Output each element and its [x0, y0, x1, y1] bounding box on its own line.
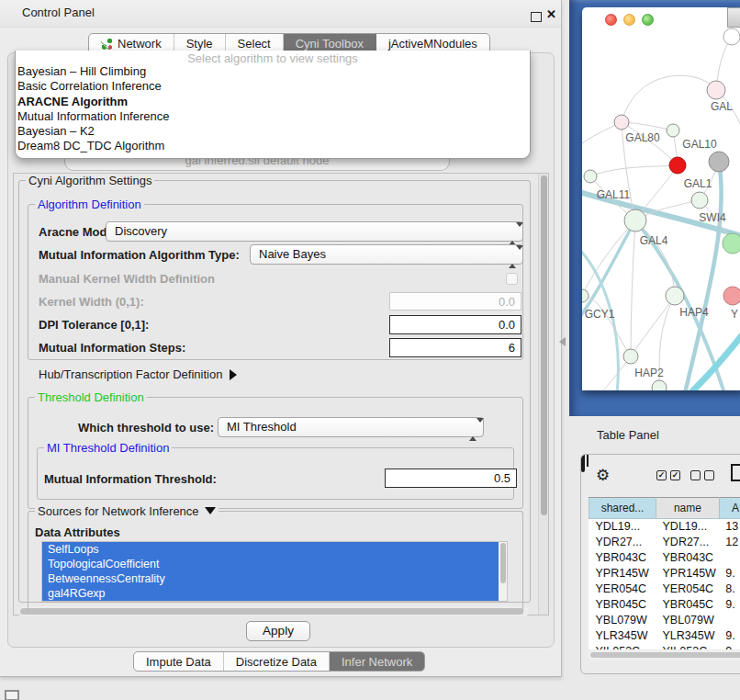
apply-button[interactable]: Apply [246, 621, 310, 641]
node-gcy1[interactable] [582, 289, 589, 302]
network-canvas[interactable]: GALGAL80GAL10GAL1GAL11GAL4SWI4GCY1HAP4YH… [582, 28, 740, 390]
node-label-hap4: HAP4 [679, 306, 709, 319]
tab-label: jActiveMNodules [388, 37, 477, 51]
mi-threshold-field[interactable]: 0.5 [385, 469, 517, 488]
node[interactable] [723, 28, 740, 45]
table-cell[interactable]: YDR27... [589, 535, 656, 550]
aracne-mode-combobox[interactable]: Discovery [106, 221, 523, 242]
attribute-item-topologicalcoefficient[interactable]: TopologicalCoefficient [42, 557, 507, 571]
mi-threshold-definition-title: MI Threshold Definition [44, 441, 172, 455]
gear-icon[interactable]: ⚙ [596, 466, 610, 485]
corner-widget-icon[interactable] [5, 690, 19, 700]
table-cell[interactable]: YER054C [589, 581, 656, 597]
column-header-shared[interactable]: shared... [589, 498, 656, 519]
table-cell[interactable]: YER054C [656, 581, 720, 597]
table-panel: ⚙ ✓ ✓ shared...nameA YDL19...YDL19...13Y… [580, 454, 740, 674]
close-traffic-light-button[interactable] [605, 14, 617, 26]
mi-steps-field[interactable]: 6 [389, 338, 521, 357]
table-cell[interactable]: 13 [719, 519, 740, 535]
float-window-icon[interactable] [531, 12, 542, 22]
node-hap2[interactable] [623, 349, 638, 364]
table-cell[interactable]: 9. [719, 644, 740, 650]
sources-group-title[interactable]: Sources for Network Inference [35, 504, 219, 518]
zoom-traffic-light-button[interactable] [642, 14, 654, 26]
node-label-gal80: GAL80 [625, 131, 660, 144]
table-cell[interactable]: YBR043C [589, 550, 656, 566]
dpi-tolerance-field[interactable]: 0.0 [389, 315, 521, 334]
checked-checkbox-icon[interactable]: ✓ [670, 470, 680, 480]
node[interactable] [669, 157, 686, 174]
node-hap4[interactable] [666, 287, 684, 305]
node-gal1[interactable] [691, 192, 708, 209]
node-y[interactable] [723, 287, 740, 305]
column-header-name[interactable]: name [656, 498, 720, 519]
table-cell[interactable]: YPR145W [656, 566, 720, 581]
node-gal80[interactable] [614, 115, 629, 130]
vertical-scrollbar[interactable] [538, 174, 548, 615]
document-icon[interactable] [731, 464, 740, 481]
attributes-scrollbar-thumb[interactable] [500, 543, 506, 583]
algorithm-option-basic-correlation-inference[interactable]: Basic Correlation Inference [16, 79, 530, 94]
algorithm-option-aracne-algorithm[interactable]: ARACNE Algorithm [16, 95, 530, 109]
column-header-a[interactable]: A [719, 498, 740, 519]
close-panel-icon[interactable]: ✕ [546, 7, 556, 21]
node-gal4[interactable] [624, 209, 646, 231]
unchecked-checkbox-icon[interactable] [704, 470, 714, 480]
node-swi4[interactable] [723, 233, 740, 254]
table-horizontal-scrollbar-thumb[interactable] [590, 652, 740, 658]
mi-type-combobox[interactable]: Naive Bayes [250, 244, 523, 265]
manual-kernel-checkbox[interactable] [506, 273, 518, 285]
table-cell[interactable]: 8. [719, 581, 740, 597]
attributes-scrollbar[interactable] [499, 542, 507, 601]
panel-collapse-arrow-icon[interactable] [559, 337, 566, 346]
node[interactable] [652, 380, 667, 390]
table-cell[interactable]: YBR045C [656, 597, 720, 613]
table-cell[interactable] [719, 613, 740, 628]
minimize-traffic-light-button[interactable] [623, 14, 635, 26]
attribute-item-selfloops[interactable]: SelfLoops [42, 542, 507, 557]
table-cell[interactable]: YDL19... [589, 519, 656, 535]
kernel-width-field[interactable]: 0.0 [389, 292, 521, 310]
table-cell[interactable]: YBL079W [656, 613, 720, 628]
mi-type-label: Mutual Information Algorithm Type: [39, 248, 240, 262]
table-cell[interactable]: YBR043C [656, 550, 720, 566]
hub-section-toggle[interactable]: Hub/Transcription Factor Definition [39, 367, 237, 381]
table-cell[interactable]: YDR27... [656, 535, 720, 550]
node-table: shared...nameA YDL19...YDL19...13YDR27..… [589, 497, 740, 649]
table-cell[interactable]: YLR345W [656, 628, 720, 644]
hub-section-label: Hub/Transcription Factor Definition [39, 367, 222, 381]
table-cell[interactable]: YLR345W [589, 628, 656, 644]
tab-infer-network[interactable]: Infer Network [330, 652, 424, 671]
table-cell[interactable]: 9. [719, 566, 740, 581]
table-cell[interactable]: 9. [719, 628, 740, 644]
tab-label: Style [186, 37, 213, 51]
table-cell[interactable]: YBR045C [589, 597, 656, 613]
unchecked-checkbox-icon[interactable] [690, 470, 701, 480]
node-gal10[interactable] [667, 124, 679, 137]
algorithm-option-dream8-dc-tdc-algorithm[interactable]: Dream8 DC_TDC Algorithm [16, 139, 530, 153]
checked-checkbox-icon[interactable]: ✓ [656, 470, 667, 480]
table-cell[interactable]: YIL053C [589, 644, 656, 650]
table-cell[interactable]: 9. [719, 597, 740, 613]
table-horizontal-scrollbar[interactable] [589, 650, 740, 660]
attribute-item-betweennesscentrality[interactable]: BetweennessCentrality [42, 571, 507, 586]
algorithm-option-mutual-information-inference[interactable]: Mutual Information Inference [16, 109, 530, 124]
node-gal11[interactable] [584, 170, 597, 183]
table-cell[interactable]: 12 [719, 535, 740, 550]
vertical-scrollbar-thumb[interactable] [541, 175, 547, 515]
which-threshold-combobox[interactable]: MI Threshold [218, 417, 484, 437]
table-cell[interactable]: YPR145W [589, 566, 656, 581]
node-gal[interactable] [707, 81, 725, 99]
tab-discretize-data[interactable]: Discretize Data [224, 652, 330, 671]
node[interactable] [709, 152, 729, 172]
algorithm-option-bayesian-k2[interactable]: Bayesian – K2 [16, 124, 530, 139]
attribute-item-gal4rgexp[interactable]: gal4RGexp [42, 586, 507, 601]
split-view-icon[interactable] [581, 454, 585, 472]
table-cell[interactable]: YIL053C [656, 644, 720, 650]
table-cell[interactable] [719, 550, 740, 566]
algorithm-option-bayesian-hill-climbing[interactable]: Bayesian – Hill Climbing [16, 64, 530, 79]
tab-impute-data[interactable]: Impute Data [134, 652, 224, 671]
table-cell[interactable]: YBL079W [589, 613, 656, 628]
kernel-width-label: Kernel Width (0,1): [39, 295, 144, 309]
table-cell[interactable]: YDL19... [656, 519, 720, 535]
